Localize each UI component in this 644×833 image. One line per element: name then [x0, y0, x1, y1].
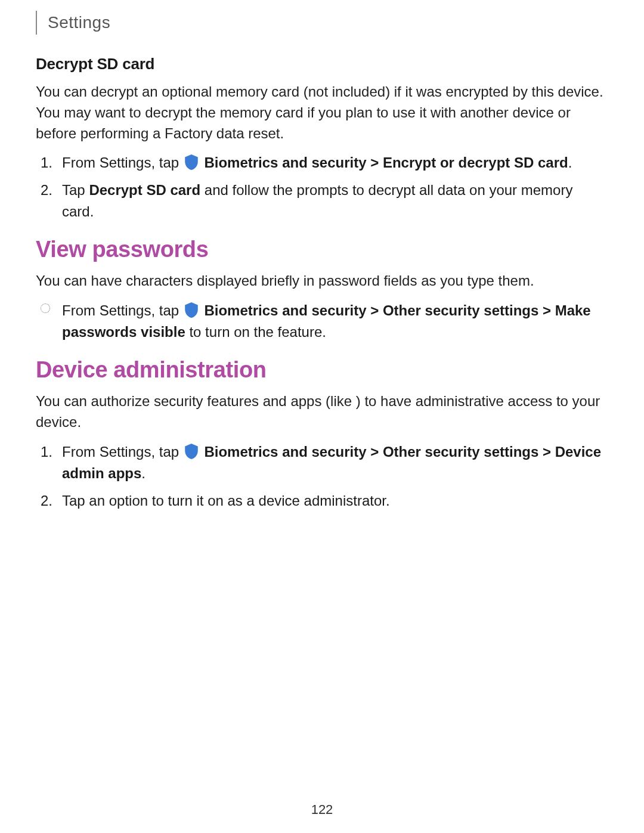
step-text: Tap an option to turn it on as a device …: [62, 493, 390, 509]
step-text: Tap: [62, 182, 89, 198]
device-admin-steps-list: From Settings, tap Biometrics and securi…: [58, 441, 608, 512]
decrypt-steps-list: From Settings, tap Biometrics and securi…: [58, 152, 608, 222]
nav-path-bold: Biometrics and security: [204, 154, 366, 171]
shield-icon: [184, 302, 199, 318]
step-text: From Settings, tap: [62, 154, 183, 171]
path-separator: >: [543, 302, 555, 318]
nav-path-bold: Biometrics and security: [204, 302, 366, 318]
step-text: From Settings, tap: [62, 302, 183, 318]
path-separator: >: [370, 302, 383, 318]
path-separator: >: [370, 154, 383, 171]
page-number: 122: [0, 802, 644, 817]
step-suffix: to turn on the feature.: [185, 324, 326, 340]
step-suffix: .: [568, 154, 572, 171]
step-suffix: .: [141, 465, 145, 481]
list-item: From Settings, tap Biometrics and securi…: [58, 152, 608, 174]
nav-path-bold: Other security settings: [383, 444, 538, 460]
section-heading-view-passwords: View passwords: [36, 237, 608, 262]
step-text: From Settings, tap: [62, 444, 183, 460]
list-item: Tap Decrypt SD card and follow the promp…: [58, 179, 608, 222]
section-intro-device-admin: You can authorize security features and …: [36, 391, 608, 433]
document-page: Settings Decrypt SD card You can decrypt…: [0, 0, 644, 833]
nav-path-bold: Biometrics and security: [204, 444, 366, 460]
breadcrumb: Settings: [36, 11, 608, 35]
nav-path-bold: Other security settings: [383, 302, 538, 318]
path-separator: >: [543, 444, 555, 460]
shield-icon: [184, 154, 199, 171]
view-passwords-list: From Settings, tap Biometrics and securi…: [58, 300, 608, 343]
section-heading-device-admin: Device administration: [36, 357, 608, 383]
bullet-circle-icon: [41, 304, 50, 313]
path-separator: >: [370, 444, 383, 460]
list-item: From Settings, tap Biometrics and securi…: [58, 441, 608, 484]
nav-path-bold: Decrypt SD card: [89, 182, 200, 198]
breadcrumb-label: Settings: [48, 13, 110, 32]
list-item: From Settings, tap Biometrics and securi…: [58, 300, 608, 343]
nav-path-bold: Encrypt or decrypt SD card: [383, 154, 568, 171]
shield-icon: [184, 443, 199, 460]
section-heading-decrypt: Decrypt SD card: [36, 55, 608, 73]
section-intro-decrypt: You can decrypt an optional memory card …: [36, 82, 608, 144]
list-item: Tap an option to turn it on as a device …: [58, 490, 608, 512]
section-intro-view-passwords: You can have characters displayed briefl…: [36, 271, 608, 292]
